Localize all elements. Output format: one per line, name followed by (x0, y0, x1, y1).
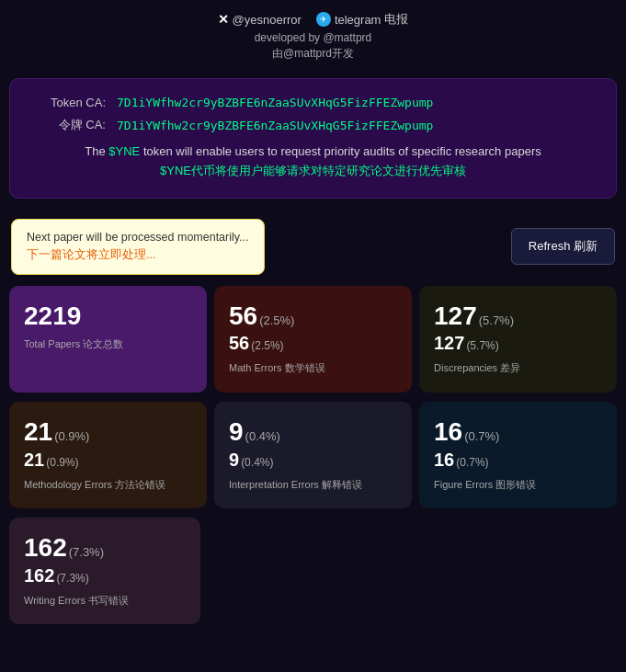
refresh-section: Next paper will be processed momentarily… (0, 208, 626, 286)
header: ✕ @yesnoerror ✈ telegram 电报 developed by… (0, 0, 626, 69)
ling-pai-label: 令牌 CA: (32, 117, 106, 133)
math-label: Math Errors 数学错误 (229, 361, 397, 375)
disc-number2: 127(5.7%) (434, 332, 602, 354)
token-ca-label: Token CA: (32, 96, 106, 109)
math-errors-card: 56(2.5%) 56(2.5%) Math Errors 数学错误 (214, 286, 412, 393)
meth-label-en: Methodology Errors (24, 479, 112, 490)
disc-label: Discrepancies 差异 (434, 361, 602, 375)
stats-grid-row1: 2219 Total Papers 论文总数 56(2.5%) 56(2.5%)… (0, 286, 626, 402)
x-social[interactable]: ✕ @yesnoerror (218, 12, 302, 27)
methodology-card: 21(0.9%) 21(0.9%) Methodology Errors 方法论… (9, 402, 207, 508)
math-label-cn: 数学错误 (285, 362, 325, 373)
ling-pai-row: 令牌 CA: 7D1iYWfhw2cr9yBZBFE6nZaaSUvXHqG5F… (32, 117, 594, 133)
write-label-cn: 书写错误 (88, 595, 129, 606)
fig-label-en: Figure Errors (434, 479, 493, 490)
next-paper-cn: 下一篇论文将立即处理... (27, 247, 249, 263)
token-ca-value[interactable]: 7D1iYWfhw2cr9yBZBFE6nZaaSUvXHqG5FizFFEZw… (117, 96, 433, 109)
token-desc-en: The $YNE token will enable users to requ… (32, 142, 594, 162)
fig-number1: 16(0.7%) (434, 418, 602, 447)
total-number: 2219 (24, 302, 192, 331)
disc-label-en: Discrepancies (434, 362, 497, 373)
social-links: ✕ @yesnoerror ✈ telegram 电报 (18, 11, 608, 28)
telegram-social[interactable]: ✈ telegram 电报 (316, 11, 409, 28)
math-number1: 56(2.5%) (229, 302, 397, 331)
next-paper-box: Next paper will be processed momentarily… (11, 219, 265, 275)
total-label-cn: 论文总数 (83, 338, 123, 349)
fig-label-cn: 图形错误 (495, 479, 536, 490)
math-number2: 56(2.5%) (229, 332, 397, 354)
ling-pai-value[interactable]: 7D1iYWfhw2cr9yBZBFE6nZaaSUvXHqG5FizFFEZw… (117, 119, 433, 132)
dev-cn: 由@mattprd开发 (272, 47, 354, 60)
meth-label: Methodology Errors 方法论错误 (24, 478, 192, 492)
x-handle: @yesnoerror (233, 13, 302, 27)
dev-credit: developed by @mattprd (18, 31, 608, 44)
desc-en-post: token will enable users to request prior… (140, 144, 541, 158)
x-icon: ✕ (218, 12, 229, 27)
refresh-button[interactable]: Refresh 刷新 (511, 228, 615, 265)
fig-label: Figure Errors 图形错误 (434, 478, 602, 492)
interp-number1: 9(0.4%) (229, 418, 397, 447)
write-number1: 162(7.3%) (24, 534, 186, 563)
token-card: Token CA: 7D1iYWfhw2cr9yBZBFE6nZaaSUvXHq… (9, 78, 617, 199)
interpretation-card: 9(0.4%) 9(0.4%) Interpretation Errors 解释… (214, 402, 412, 508)
total-label: Total Papers 论文总数 (24, 337, 192, 351)
writing-card: 162(7.3%) 162(7.3%) Writing Errors 书写错误 (9, 518, 200, 624)
disc-label-cn: 差异 (500, 362, 520, 373)
disc-number1: 127(5.7%) (434, 302, 602, 331)
figure-card: 16(0.7%) 16(0.7%) Figure Errors 图形错误 (419, 402, 617, 508)
write-label: Writing Errors 书写错误 (24, 594, 186, 608)
dev-label: developed by (255, 31, 320, 44)
dev-handle: @mattprd (323, 31, 371, 44)
discrepancy-card: 127(5.7%) 127(5.7%) Discrepancies 差异 (419, 286, 617, 393)
dev-credit-cn: 由@mattprd开发 (18, 46, 608, 62)
interp-number2: 9(0.4%) (229, 449, 397, 471)
token-desc-cn: $YNE代币将使用户能够请求对特定研究论文进行优先审核 (32, 162, 594, 181)
meth-label-cn: 方法论错误 (115, 479, 165, 490)
telegram-label: telegram (335, 13, 381, 27)
meth-number1: 21(0.9%) (24, 418, 192, 447)
total-label-en: Total Papers (24, 338, 80, 349)
fig-number2: 16(0.7%) (434, 449, 602, 471)
next-paper-en: Next paper will be processed momentarily… (27, 231, 249, 244)
interp-label-en: Interpretation Errors (229, 479, 319, 490)
stats-grid-row2: 21(0.9%) 21(0.9%) Methodology Errors 方法论… (0, 402, 626, 518)
telegram-extra: 电报 (384, 11, 408, 28)
math-label-en: Math Errors (229, 362, 281, 373)
meth-number2: 21(0.9%) (24, 449, 192, 471)
telegram-icon: ✈ (316, 12, 331, 27)
interp-label-cn: 解释错误 (322, 479, 362, 490)
desc-en-pre: The (85, 144, 108, 158)
token-ca-row: Token CA: 7D1iYWfhw2cr9yBZBFE6nZaaSUvXHq… (32, 96, 594, 109)
write-label-en: Writing Errors (24, 595, 85, 606)
desc-en-token: $YNE (108, 144, 140, 158)
total-papers-card: 2219 Total Papers 论文总数 (9, 286, 207, 393)
write-number2: 162(7.3%) (24, 564, 186, 587)
stats-grid-row3: 162(7.3%) 162(7.3%) Writing Errors 书写错误 (0, 518, 626, 633)
interp-label: Interpretation Errors 解释错误 (229, 478, 397, 492)
